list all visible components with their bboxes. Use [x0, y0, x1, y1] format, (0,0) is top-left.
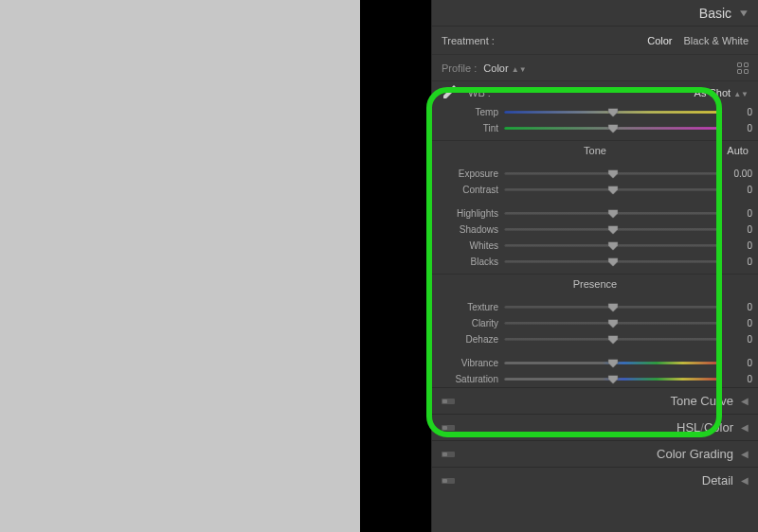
dehaze-row: Dehaze0	[432, 331, 758, 347]
dehaze-value[interactable]: 0	[722, 334, 752, 345]
presence-title: Presence	[432, 278, 758, 290]
highlights-slider[interactable]	[504, 207, 722, 221]
panel-title: Basic	[699, 6, 731, 21]
panel-toggle-icon[interactable]	[442, 425, 455, 431]
whites-label: Whites	[432, 240, 504, 251]
whites-row: Whites0	[432, 238, 758, 254]
contrast-row: Contrast0	[432, 182, 758, 198]
profile-browser-icon[interactable]	[737, 62, 749, 74]
profile-dropdown[interactable]: Color ▲▼	[483, 62, 526, 74]
profile-row: Profile : Color ▲▼	[432, 55, 758, 81]
vibrance-slider[interactable]	[504, 357, 722, 370]
exposure-row: Exposure0.00	[432, 166, 758, 182]
tone-title: Tone	[432, 145, 758, 156]
disclosure-triangle-icon: ◀	[741, 396, 749, 406]
tint-row: Tint0	[432, 120, 758, 136]
temp-row: Temp0	[432, 104, 758, 120]
panel-header-color-grading[interactable]: Color Grading◀	[432, 440, 758, 467]
panel-title: Color Grading	[657, 447, 733, 461]
panel-header-tone-curve[interactable]: Tone Curve◀	[432, 387, 758, 414]
develop-panel: Basic ▼ Treatment : Color Black & White …	[431, 0, 758, 532]
vibrance-value[interactable]: 0	[722, 358, 752, 368]
saturation-value[interactable]: 0	[722, 374, 752, 384]
whites-value[interactable]: 0	[722, 240, 752, 251]
disclosure-triangle-icon: ◀	[741, 449, 749, 459]
saturation-slider[interactable]	[504, 373, 722, 386]
panel-title: Detail	[702, 473, 733, 488]
blacks-slider[interactable]	[504, 256, 722, 269]
shadows-slider[interactable]	[504, 223, 722, 237]
blacks-label: Blacks	[432, 257, 504, 267]
image-preview	[0, 0, 360, 532]
highlights-value[interactable]: 0	[722, 208, 752, 219]
disclosure-triangle-icon: ◀	[741, 422, 749, 433]
contrast-label: Contrast	[432, 185, 504, 195]
panel-title: Tone Curve	[671, 394, 733, 408]
tint-value[interactable]: 0	[722, 123, 752, 133]
disclosure-triangle-icon: ◀	[741, 475, 749, 486]
whites-slider[interactable]	[504, 239, 722, 253]
panel-toggle-icon[interactable]	[442, 452, 455, 457]
profile-label: Profile :	[442, 62, 477, 74]
temp-label: Temp	[432, 107, 504, 117]
wb-dropdown[interactable]: As Shot ▲▼	[695, 87, 749, 98]
panel-toggle-icon[interactable]	[442, 399, 455, 404]
panel-title: HSL/Color	[677, 420, 733, 434]
wb-row: WB : As Shot ▲▼	[432, 81, 758, 104]
texture-slider[interactable]	[504, 301, 722, 314]
saturation-row: Saturation0	[432, 371, 758, 387]
contrast-value[interactable]: 0	[722, 185, 752, 195]
dehaze-label: Dehaze	[432, 334, 504, 345]
temp-value[interactable]: 0	[722, 107, 752, 117]
panel-toggle-icon[interactable]	[442, 478, 455, 484]
vibrance-label: Vibrance	[432, 358, 504, 368]
exposure-value[interactable]: 0.00	[722, 168, 752, 179]
tint-slider[interactable]	[504, 122, 722, 135]
treatment-color-tab[interactable]: Color	[647, 35, 672, 46]
saturation-label: Saturation	[432, 374, 504, 384]
treatment-row: Treatment : Color Black & White	[432, 27, 758, 55]
shadows-value[interactable]: 0	[722, 224, 752, 235]
highlights-row: Highlights0	[432, 205, 758, 222]
texture-label: Texture	[432, 302, 504, 312]
disclosure-triangle-icon: ▼	[738, 8, 750, 18]
clarity-row: Clarity0	[432, 315, 758, 331]
tone-section-header: Tone Auto	[432, 145, 758, 166]
panel-header-hsl-color[interactable]: HSL/Color◀	[432, 414, 758, 440]
vibrance-row: Vibrance0	[432, 355, 758, 371]
shadows-row: Shadows0	[432, 222, 758, 238]
dehaze-slider[interactable]	[504, 333, 722, 346]
shadows-label: Shadows	[432, 224, 504, 235]
clarity-label: Clarity	[432, 318, 504, 328]
blacks-value[interactable]: 0	[722, 257, 752, 267]
temp-slider[interactable]	[504, 106, 722, 119]
blacks-row: Blacks0	[432, 254, 758, 270]
treatment-bw-tab[interactable]: Black & White	[684, 35, 749, 46]
wb-label: WB :	[468, 87, 491, 98]
exposure-slider[interactable]	[504, 168, 722, 181]
tint-label: Tint	[432, 123, 504, 133]
clarity-slider[interactable]	[504, 317, 722, 330]
panel-header-detail[interactable]: Detail◀	[432, 467, 758, 493]
highlights-label: Highlights	[432, 208, 504, 219]
eyedropper-icon[interactable]	[442, 83, 459, 102]
clarity-value[interactable]: 0	[722, 318, 752, 328]
tone-auto-button[interactable]: Auto	[727, 145, 749, 156]
exposure-label: Exposure	[432, 168, 504, 179]
texture-value[interactable]: 0	[722, 302, 752, 312]
panel-header-basic[interactable]: Basic ▼	[432, 0, 758, 27]
texture-row: Texture0	[432, 299, 758, 315]
treatment-label: Treatment :	[442, 35, 495, 46]
contrast-slider[interactable]	[504, 184, 722, 197]
presence-section-header: Presence	[432, 278, 758, 299]
